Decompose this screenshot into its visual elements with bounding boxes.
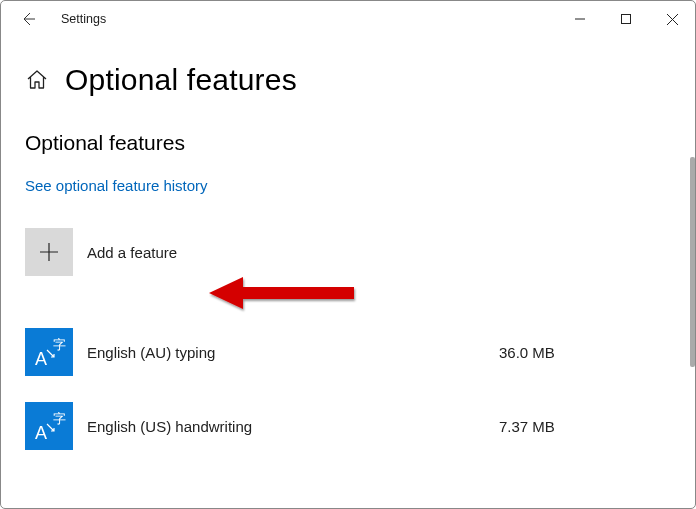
feature-size: 36.0 MB bbox=[499, 344, 579, 361]
add-feature-label: Add a feature bbox=[87, 244, 177, 261]
svg-text:字: 字 bbox=[53, 337, 66, 352]
feature-size: 7.37 MB bbox=[499, 418, 579, 435]
titlebar: Settings bbox=[1, 1, 695, 37]
language-icon: 字 A bbox=[29, 332, 69, 372]
window-title: Settings bbox=[61, 12, 106, 26]
home-icon[interactable] bbox=[25, 68, 49, 92]
window-controls bbox=[557, 3, 695, 35]
section-heading: Optional features bbox=[25, 131, 671, 155]
feature-item[interactable]: 字 A English (AU) typing 36.0 MB bbox=[25, 328, 585, 376]
scrollbar[interactable] bbox=[690, 157, 695, 367]
svg-text:A: A bbox=[35, 423, 47, 443]
language-tile: 字 A bbox=[25, 402, 73, 450]
svg-rect-1 bbox=[622, 15, 631, 24]
language-icon: 字 A bbox=[29, 406, 69, 446]
feature-history-link[interactable]: See optional feature history bbox=[25, 177, 208, 194]
maximize-button[interactable] bbox=[603, 3, 649, 35]
content-area: Optional features Optional features See … bbox=[1, 37, 695, 508]
language-tile: 字 A bbox=[25, 328, 73, 376]
features-list: Add a feature 字 A English (AU) typing 36… bbox=[25, 228, 585, 450]
close-icon bbox=[667, 14, 678, 25]
feature-name: English (US) handwriting bbox=[87, 418, 485, 435]
minimize-button[interactable] bbox=[557, 3, 603, 35]
svg-text:字: 字 bbox=[53, 411, 66, 426]
back-button[interactable] bbox=[13, 4, 43, 34]
feature-item[interactable]: 字 A English (US) handwriting 7.37 MB bbox=[25, 402, 585, 450]
add-feature-tile[interactable] bbox=[25, 228, 73, 276]
maximize-icon bbox=[621, 14, 631, 24]
close-button[interactable] bbox=[649, 3, 695, 35]
arrow-left-icon bbox=[20, 11, 36, 27]
page-title: Optional features bbox=[65, 63, 297, 97]
settings-window: Settings bbox=[0, 0, 696, 509]
add-feature-item[interactable]: Add a feature bbox=[25, 228, 585, 276]
plus-icon bbox=[39, 242, 59, 262]
svg-text:A: A bbox=[35, 349, 47, 369]
minimize-icon bbox=[575, 14, 585, 24]
feature-name: English (AU) typing bbox=[87, 344, 485, 361]
page-header: Optional features bbox=[25, 63, 671, 97]
